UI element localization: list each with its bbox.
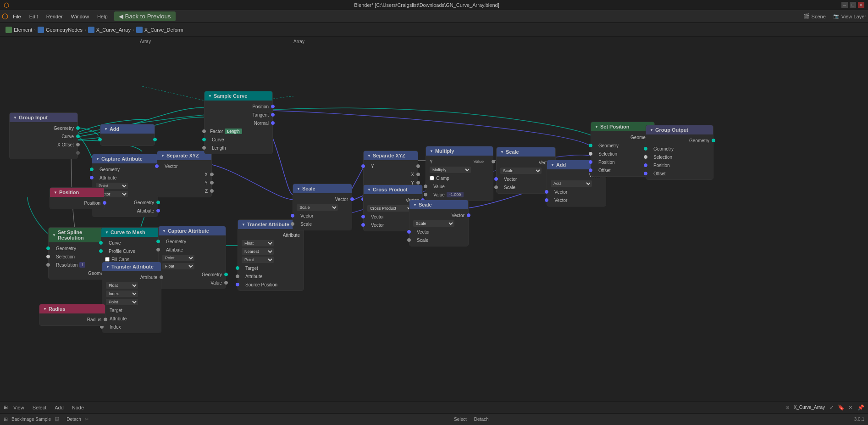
socket-ctm-curve-in[interactable] xyxy=(99,241,103,245)
socket-mul-val-in[interactable] xyxy=(424,185,427,188)
socket-scale3-scale-in[interactable] xyxy=(494,185,498,189)
scale3-type[interactable]: Scale xyxy=(500,168,542,174)
sp-header[interactable]: ▼ Set Position xyxy=(591,122,654,131)
breadcrumb-item-1[interactable]: GeometryNodes xyxy=(46,27,83,33)
socket-add2-vec1[interactable] xyxy=(545,190,548,194)
radius-node[interactable]: ▼ Radius Radius xyxy=(39,304,105,326)
socket-ta1-attr-out[interactable] xyxy=(160,275,163,279)
socket-go-sel[interactable] xyxy=(644,155,647,159)
add2-mode-select[interactable]: Add xyxy=(551,180,592,187)
group-output-node[interactable]: ▼ Group Output Geometry Geometry Selecti… xyxy=(646,125,713,180)
ta1-index[interactable]: Index xyxy=(102,290,161,298)
ssr-res-value[interactable]: 1 xyxy=(79,262,85,268)
sample-curve-node[interactable]: ▼ Sample Curve Position Tangent Normal F… xyxy=(204,91,273,154)
socket-out-geometry[interactable] xyxy=(76,126,80,130)
group-input-node[interactable]: ▼ Group Input Geometry Curve X Offset xyxy=(9,112,78,159)
status-backimage[interactable]: Backimage Sample xyxy=(11,417,51,422)
socket-out-curve[interactable] xyxy=(76,134,80,138)
scale2-type[interactable]: Scale xyxy=(413,220,454,227)
socket-sc-tan[interactable] xyxy=(271,113,275,117)
socket-ca2-attr-in[interactable] xyxy=(156,248,160,252)
scale1-type-select[interactable]: Scale xyxy=(297,204,338,211)
menu-edit[interactable]: Edit xyxy=(26,13,42,20)
socket-ca2-geom-in[interactable] xyxy=(156,240,160,243)
scale-1-node[interactable]: ▼ Scale Vector Scale Vector Scale xyxy=(293,184,352,230)
scale-2-node[interactable]: ▼ Scale Vector Scale Vector Scale xyxy=(409,200,469,246)
sc-length-btn[interactable]: Length xyxy=(225,129,242,134)
socket-ssr-geom-in[interactable] xyxy=(46,246,50,250)
socket-sxyz1-x[interactable] xyxy=(210,173,214,176)
socket-go-offset[interactable] xyxy=(644,172,647,175)
back-to-previous-button[interactable]: ◀ Back to Previous xyxy=(114,11,176,21)
mul-mode-select[interactable]: Multiply xyxy=(430,167,471,173)
ta1-header[interactable]: ▼ Transfer Attribute xyxy=(102,262,161,271)
go-header[interactable]: ▼ Group Output xyxy=(646,125,713,134)
capture-attr1-header[interactable]: ▼ Capture Attribute xyxy=(92,154,158,163)
cp-header[interactable]: ▼ Cross Product xyxy=(364,185,422,194)
ca2-type-select[interactable]: Float xyxy=(162,263,194,269)
socket-ssr-sel-in[interactable] xyxy=(46,255,50,258)
node-tree-close-icon[interactable]: ✕ xyxy=(848,404,853,411)
minimize-button[interactable]: ─ xyxy=(841,2,848,8)
ta1-point-select[interactable]: Point xyxy=(106,299,138,305)
capture-attribute-2-node[interactable]: ▼ Capture Attribute Geometry Attribute P… xyxy=(158,226,226,289)
maximize-button[interactable]: □ xyxy=(850,2,856,8)
status-detach[interactable]: Detach xyxy=(66,417,81,422)
socket-ta2-target[interactable] xyxy=(236,266,239,270)
position-header[interactable]: ▼ Position xyxy=(50,188,104,197)
socket-scale2-vec-in[interactable] xyxy=(407,230,411,234)
socket-in-add1[interactable] xyxy=(98,138,102,141)
add-node-1[interactable]: ▼ Add xyxy=(100,124,155,146)
transfer-attribute-1-node[interactable]: ▼ Transfer Attribute Attribute Float Ind… xyxy=(102,262,161,333)
ca2-float[interactable]: Float xyxy=(159,262,226,270)
socket-go-geom-in[interactable] xyxy=(644,147,647,151)
add1-header[interactable]: ▼ Add xyxy=(100,124,155,134)
scale1-header[interactable]: ▼ Scale xyxy=(293,184,352,193)
socket-sc-length[interactable] xyxy=(202,146,206,150)
socket-out-xoffset[interactable] xyxy=(76,143,80,146)
socket-sxyz2-z-out[interactable] xyxy=(416,181,420,185)
ta1-index-select[interactable]: Index xyxy=(106,291,138,297)
ta1-point[interactable]: Point xyxy=(102,298,161,306)
node-tree-save-icon[interactable]: 🔖 xyxy=(838,404,845,411)
socket-sc-pos[interactable] xyxy=(271,105,275,108)
socket-sxyz2-x-out[interactable] xyxy=(416,164,420,168)
scale1-select[interactable]: Scale xyxy=(293,203,352,212)
toolbar-add[interactable]: Add xyxy=(52,404,66,411)
status-select[interactable]: Select xyxy=(454,417,467,422)
socket-sxyz2-y-out[interactable] xyxy=(416,173,420,176)
menu-file[interactable]: File xyxy=(9,13,25,20)
socket-cp-vec2[interactable] xyxy=(361,223,365,227)
sep-xyz1-header[interactable]: ▼ Separate XYZ xyxy=(157,151,211,160)
socket-ta2-attr-in[interactable] xyxy=(236,274,239,278)
socket-ca1-attr-out[interactable] xyxy=(156,209,160,212)
socket-sc-factor[interactable] xyxy=(202,129,206,133)
socket-sxyz1-in[interactable] xyxy=(155,164,159,168)
group-input-header[interactable]: ▼ Group Input xyxy=(10,113,77,122)
breadcrumb-item-3[interactable]: X_Curve_Deform xyxy=(144,27,183,33)
socket-scale1-scale-in[interactable] xyxy=(291,222,294,226)
socket-mul-value-out[interactable] xyxy=(492,160,495,163)
scale2-header[interactable]: ▼ Scale xyxy=(409,200,468,209)
ca2-point[interactable]: Point xyxy=(159,254,226,262)
mul-clamp-check[interactable] xyxy=(430,176,434,180)
ta1-float[interactable]: Float xyxy=(102,281,161,290)
socket-ca1-attr-in[interactable] xyxy=(90,176,94,179)
socket-out-empty[interactable] xyxy=(76,151,80,155)
node-tree-name[interactable]: X_Curve_Array xyxy=(794,405,825,410)
ta2-point-select[interactable]: Point xyxy=(242,257,274,263)
radius-header[interactable]: ▼ Radius xyxy=(39,304,105,313)
node-tree-pin-icon[interactable]: 📌 xyxy=(857,404,864,411)
socket-cp-vec1[interactable] xyxy=(361,215,365,218)
scale3-header[interactable]: ▼ Scale xyxy=(497,147,555,157)
socket-ctm-profile[interactable] xyxy=(99,249,103,253)
socket-ta2-srcpos[interactable] xyxy=(236,283,239,286)
socket-go-pos[interactable] xyxy=(644,163,647,167)
toolbar-select[interactable]: Select xyxy=(30,404,50,411)
socket-ssr-res-in[interactable] xyxy=(46,263,50,267)
ta2-float[interactable]: Float xyxy=(238,239,304,247)
node-canvas[interactable]: Array Array ▼ Group Input Geometry Curve… xyxy=(0,37,868,407)
separate-xyz-1-node[interactable]: ▼ Separate XYZ Vector X Y Z xyxy=(157,151,212,197)
cp-mode-select[interactable]: Cross Product xyxy=(367,205,413,212)
scale2-select[interactable]: Scale xyxy=(409,219,468,228)
